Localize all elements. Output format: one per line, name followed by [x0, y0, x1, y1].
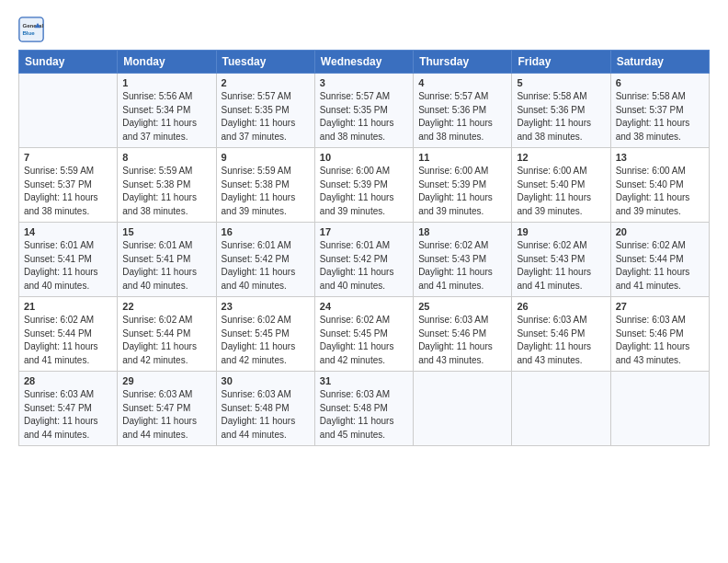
- day-number: 16: [222, 226, 310, 237]
- calendar-cell: 20Sunrise: 6:02 AM Sunset: 5:44 PM Dayli…: [610, 223, 709, 297]
- calendar-week-row: 21Sunrise: 6:02 AM Sunset: 5:44 PM Dayli…: [19, 297, 710, 372]
- day-number: 5: [517, 77, 605, 88]
- day-number: 13: [616, 152, 704, 163]
- col-header-saturday: Saturday: [610, 51, 709, 74]
- day-number: 28: [24, 375, 112, 386]
- calendar-cell: 21Sunrise: 6:02 AM Sunset: 5:44 PM Dayli…: [19, 297, 118, 372]
- calendar-cell: 16Sunrise: 6:01 AM Sunset: 5:42 PM Dayli…: [216, 223, 314, 297]
- day-number: 12: [517, 152, 605, 163]
- page-container: General Blue SundayMondayTuesdayWednesda…: [0, 0, 728, 455]
- cell-content: Sunrise: 6:03 AM Sunset: 5:46 PM Dayligh…: [616, 314, 704, 367]
- day-number: 7: [24, 152, 112, 163]
- col-header-tuesday: Tuesday: [216, 51, 314, 74]
- cell-content: Sunrise: 6:00 AM Sunset: 5:40 PM Dayligh…: [616, 165, 704, 218]
- day-number: 9: [222, 152, 310, 163]
- cell-content: Sunrise: 6:00 AM Sunset: 5:39 PM Dayligh…: [418, 165, 506, 218]
- cell-content: Sunrise: 6:02 AM Sunset: 5:45 PM Dayligh…: [320, 314, 408, 367]
- cell-content: Sunrise: 5:57 AM Sunset: 5:36 PM Dayligh…: [418, 90, 506, 144]
- calendar-week-row: 1Sunrise: 5:56 AM Sunset: 5:34 PM Daylig…: [19, 74, 710, 148]
- cell-content: Sunrise: 6:03 AM Sunset: 5:47 PM Dayligh…: [122, 388, 210, 442]
- day-number: 23: [222, 301, 310, 312]
- cell-content: Sunrise: 5:59 AM Sunset: 5:38 PM Dayligh…: [122, 165, 210, 218]
- calendar-cell: 15Sunrise: 6:01 AM Sunset: 5:41 PM Dayli…: [118, 223, 216, 297]
- cell-content: Sunrise: 6:00 AM Sunset: 5:39 PM Dayligh…: [320, 165, 408, 218]
- calendar-cell: 18Sunrise: 6:02 AM Sunset: 5:43 PM Dayli…: [414, 223, 512, 297]
- day-number: 3: [320, 77, 408, 88]
- calendar-cell: [512, 372, 610, 446]
- calendar-cell: 28Sunrise: 6:03 AM Sunset: 5:47 PM Dayli…: [19, 372, 118, 446]
- calendar-cell: 17Sunrise: 6:01 AM Sunset: 5:42 PM Dayli…: [314, 223, 413, 297]
- logo-icon: General Blue: [18, 17, 44, 42]
- calendar-cell: 12Sunrise: 6:00 AM Sunset: 5:40 PM Dayli…: [512, 148, 610, 223]
- cell-content: Sunrise: 5:59 AM Sunset: 5:37 PM Dayligh…: [24, 165, 112, 218]
- day-number: 31: [320, 375, 408, 386]
- calendar-cell: 10Sunrise: 6:00 AM Sunset: 5:39 PM Dayli…: [314, 148, 413, 223]
- day-number: 4: [418, 77, 506, 88]
- cell-content: Sunrise: 6:02 AM Sunset: 5:44 PM Dayligh…: [24, 314, 112, 367]
- calendar-week-row: 28Sunrise: 6:03 AM Sunset: 5:47 PM Dayli…: [19, 372, 710, 446]
- day-number: 29: [122, 375, 210, 386]
- calendar-cell: 27Sunrise: 6:03 AM Sunset: 5:46 PM Dayli…: [610, 297, 709, 372]
- cell-content: Sunrise: 5:57 AM Sunset: 5:35 PM Dayligh…: [320, 90, 408, 144]
- day-number: 14: [24, 226, 112, 237]
- day-number: 30: [222, 375, 310, 386]
- calendar-cell: [19, 74, 118, 148]
- cell-content: Sunrise: 5:58 AM Sunset: 5:37 PM Dayligh…: [616, 90, 704, 144]
- day-number: 26: [517, 301, 605, 312]
- col-header-sunday: Sunday: [19, 51, 118, 74]
- day-number: 1: [122, 77, 210, 88]
- calendar-cell: 11Sunrise: 6:00 AM Sunset: 5:39 PM Dayli…: [414, 148, 512, 223]
- day-number: 2: [222, 77, 310, 88]
- cell-content: Sunrise: 6:02 AM Sunset: 5:45 PM Dayligh…: [222, 314, 310, 367]
- calendar-week-row: 14Sunrise: 6:01 AM Sunset: 5:41 PM Dayli…: [19, 223, 710, 297]
- calendar-cell: 3Sunrise: 5:57 AM Sunset: 5:35 PM Daylig…: [314, 74, 413, 148]
- calendar-cell: 19Sunrise: 6:02 AM Sunset: 5:43 PM Dayli…: [512, 223, 610, 297]
- calendar-cell: 6Sunrise: 5:58 AM Sunset: 5:37 PM Daylig…: [610, 74, 709, 148]
- calendar-header-row: SundayMondayTuesdayWednesdayThursdayFrid…: [19, 51, 710, 74]
- header: General Blue: [18, 17, 710, 42]
- logo: General Blue: [18, 17, 48, 42]
- calendar-cell: 25Sunrise: 6:03 AM Sunset: 5:46 PM Dayli…: [414, 297, 512, 372]
- day-number: 6: [616, 77, 704, 88]
- day-number: 19: [517, 226, 605, 237]
- day-number: 15: [122, 226, 210, 237]
- cell-content: Sunrise: 5:57 AM Sunset: 5:35 PM Dayligh…: [222, 90, 310, 144]
- calendar-cell: [414, 372, 512, 446]
- calendar-cell: 31Sunrise: 6:03 AM Sunset: 5:48 PM Dayli…: [314, 372, 413, 446]
- cell-content: Sunrise: 6:02 AM Sunset: 5:43 PM Dayligh…: [418, 239, 506, 293]
- calendar-table: SundayMondayTuesdayWednesdayThursdayFrid…: [18, 50, 710, 446]
- day-number: 10: [320, 152, 408, 163]
- calendar-cell: 13Sunrise: 6:00 AM Sunset: 5:40 PM Dayli…: [610, 148, 709, 223]
- day-number: 18: [418, 226, 506, 237]
- day-number: 8: [122, 152, 210, 163]
- day-number: 17: [320, 226, 408, 237]
- calendar-cell: 30Sunrise: 6:03 AM Sunset: 5:48 PM Dayli…: [216, 372, 314, 446]
- col-header-thursday: Thursday: [414, 51, 512, 74]
- day-number: 11: [418, 152, 506, 163]
- day-number: 24: [320, 301, 408, 312]
- cell-content: Sunrise: 6:02 AM Sunset: 5:44 PM Dayligh…: [122, 314, 210, 367]
- col-header-monday: Monday: [118, 51, 216, 74]
- cell-content: Sunrise: 6:00 AM Sunset: 5:40 PM Dayligh…: [517, 165, 605, 218]
- calendar-cell: 24Sunrise: 6:02 AM Sunset: 5:45 PM Dayli…: [314, 297, 413, 372]
- day-number: 25: [418, 301, 506, 312]
- calendar-cell: 8Sunrise: 5:59 AM Sunset: 5:38 PM Daylig…: [118, 148, 216, 223]
- cell-content: Sunrise: 5:56 AM Sunset: 5:34 PM Dayligh…: [122, 90, 210, 144]
- calendar-cell: 1Sunrise: 5:56 AM Sunset: 5:34 PM Daylig…: [118, 74, 216, 148]
- calendar-cell: 4Sunrise: 5:57 AM Sunset: 5:36 PM Daylig…: [414, 74, 512, 148]
- cell-content: Sunrise: 5:58 AM Sunset: 5:36 PM Dayligh…: [517, 90, 605, 144]
- calendar-week-row: 7Sunrise: 5:59 AM Sunset: 5:37 PM Daylig…: [19, 148, 710, 223]
- calendar-cell: 5Sunrise: 5:58 AM Sunset: 5:36 PM Daylig…: [512, 74, 610, 148]
- calendar-cell: 26Sunrise: 6:03 AM Sunset: 5:46 PM Dayli…: [512, 297, 610, 372]
- cell-content: Sunrise: 6:01 AM Sunset: 5:41 PM Dayligh…: [24, 239, 112, 293]
- day-number: 22: [122, 301, 210, 312]
- cell-content: Sunrise: 6:03 AM Sunset: 5:46 PM Dayligh…: [418, 314, 506, 367]
- cell-content: Sunrise: 6:03 AM Sunset: 5:46 PM Dayligh…: [517, 314, 605, 367]
- col-header-friday: Friday: [512, 51, 610, 74]
- svg-text:Blue: Blue: [22, 29, 35, 36]
- cell-content: Sunrise: 6:03 AM Sunset: 5:47 PM Dayligh…: [24, 388, 112, 442]
- cell-content: Sunrise: 6:03 AM Sunset: 5:48 PM Dayligh…: [222, 388, 310, 442]
- cell-content: Sunrise: 5:59 AM Sunset: 5:38 PM Dayligh…: [222, 165, 310, 218]
- calendar-cell: 7Sunrise: 5:59 AM Sunset: 5:37 PM Daylig…: [19, 148, 118, 223]
- cell-content: Sunrise: 6:02 AM Sunset: 5:43 PM Dayligh…: [517, 239, 605, 293]
